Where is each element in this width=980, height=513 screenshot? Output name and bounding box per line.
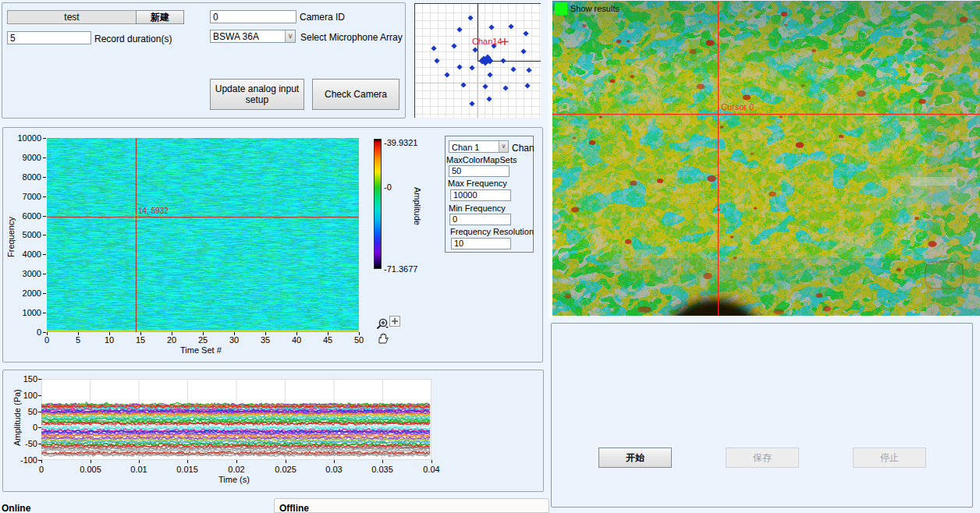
svg-text:Cursor 0: Cursor 0: [721, 102, 754, 111]
svg-text:Show results: Show results: [570, 4, 620, 13]
svg-text:Chan14: Chan14: [472, 37, 502, 46]
